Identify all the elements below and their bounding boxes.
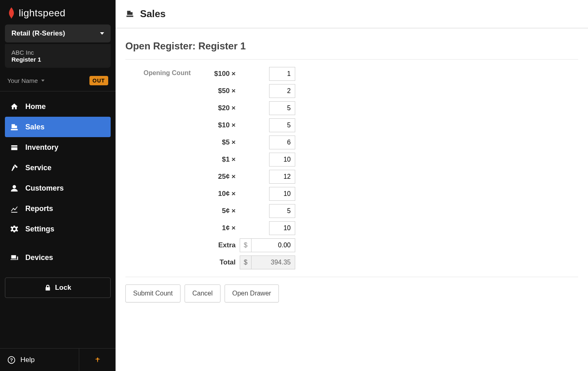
help-label: Help [20,356,35,364]
user-row: Your Name OUT [0,72,116,91]
denom-input-10[interactable] [269,118,295,132]
denom-label-25c: 25¢ × [195,173,236,181]
product-selector-label: Retail (R-Series) [11,29,65,38]
divider [125,59,578,60]
currency-symbol: $ [240,238,251,252]
pin-button[interactable] [79,349,116,371]
denom-input-5[interactable] [269,136,295,149]
sidebar-footer: ? Help [0,348,116,371]
opening-count-table: Opening Count $100 × $50 × $20 × $10 × $… [125,67,578,269]
inventory-icon [10,143,19,152]
action-buttons: Submit Count Cancel Open Drawer [125,284,578,302]
sidebar-item-label: Devices [25,253,53,262]
opening-count-label: Opening Count [125,67,191,77]
sidebar-item-label: Service [25,164,51,172]
total-output [251,255,295,269]
hammer-icon [10,163,19,172]
denom-label-1: $1 × [195,156,236,164]
denom-label-5c: 5¢ × [195,207,236,215]
sidebar-item-customers[interactable]: Customers [5,178,111,198]
denom-input-1c[interactable] [269,221,295,235]
svg-point-0 [13,185,16,189]
denom-input-25c[interactable] [269,170,295,184]
nav: Home Sales Inventory Service Customers [0,91,116,273]
sidebar-item-label: Sales [25,123,45,131]
sidebar-item-sales[interactable]: Sales [5,117,111,137]
product-selector[interactable]: Retail (R-Series) [5,24,111,42]
user-menu[interactable]: Your Name [7,77,45,84]
sidebar-item-label: Reports [25,204,53,213]
help-button[interactable]: ? Help [0,349,79,371]
content: Open Register: Register 1 Opening Count … [116,28,588,315]
brand-text: lightspeed [19,7,65,19]
denom-label-10c: 10¢ × [195,190,236,198]
chevron-down-icon [100,32,104,35]
lock-button[interactable]: Lock [5,278,111,298]
sidebar-item-label: Customers [25,184,64,193]
sidebar-item-home[interactable]: Home [5,96,111,117]
open-drawer-button[interactable]: Open Drawer [225,284,279,302]
lock-icon [45,284,51,291]
denom-label-1c: 1¢ × [195,224,236,232]
sidebar-item-reports[interactable]: Reports [5,198,111,219]
help-icon: ? [7,356,16,364]
extra-field: $ [240,238,295,252]
clock-status-badge[interactable]: OUT [89,76,108,85]
register-icon [125,10,134,18]
denom-input-100[interactable] [269,67,295,81]
denom-label-5: $5 × [195,138,236,147]
home-icon [10,102,19,111]
sidebar-item-label: Inventory [25,143,58,152]
brand-logo: lightspeed [0,0,116,24]
denom-input-50[interactable] [269,84,295,98]
total-field: $ [240,255,295,269]
flame-icon [7,7,16,19]
denom-label-50: $50 × [195,87,236,95]
main: Sales Open Register: Register 1 Opening … [116,0,588,371]
currency-symbol: $ [240,255,251,269]
gear-icon [10,224,19,233]
total-label: Total [195,258,236,267]
cancel-button[interactable]: Cancel [185,284,220,302]
denom-label-10: $10 × [195,121,236,129]
header-title: Sales [140,8,166,20]
denom-input-1[interactable] [269,153,295,167]
extra-input[interactable] [251,238,295,252]
sidebar-item-label: Settings [25,225,54,233]
lock-button-label: Lock [55,284,71,292]
register-icon [10,122,19,131]
devices-icon [10,253,19,262]
sidebar-item-devices[interactable]: Devices [5,247,111,268]
denom-input-10c[interactable] [269,187,295,201]
denom-input-5c[interactable] [269,204,295,218]
reports-icon [10,204,19,213]
sidebar: lightspeed Retail (R-Series) ABC Inc Reg… [0,0,116,371]
register-name: Register 1 [11,56,104,63]
pin-icon [94,356,101,364]
svg-text:?: ? [10,357,13,362]
page-title: Open Register: Register 1 [125,40,578,52]
divider [125,277,578,277]
sidebar-item-label: Home [25,102,46,111]
denom-label-20: $20 × [195,104,236,112]
user-name: Your Name [7,77,38,84]
shop-register-box[interactable]: ABC Inc Register 1 [5,44,111,68]
denom-label-100: $100 × [195,70,236,78]
sidebar-item-settings[interactable]: Settings [5,219,111,239]
extra-label: Extra [195,241,236,249]
shop-name: ABC Inc [11,49,104,56]
page-header: Sales [116,0,588,28]
submit-count-button[interactable]: Submit Count [125,284,180,302]
chevron-down-icon [41,80,45,82]
denom-input-20[interactable] [269,101,295,115]
sidebar-item-service[interactable]: Service [5,158,111,178]
sidebar-item-inventory[interactable]: Inventory [5,137,111,158]
customers-icon [10,184,19,193]
